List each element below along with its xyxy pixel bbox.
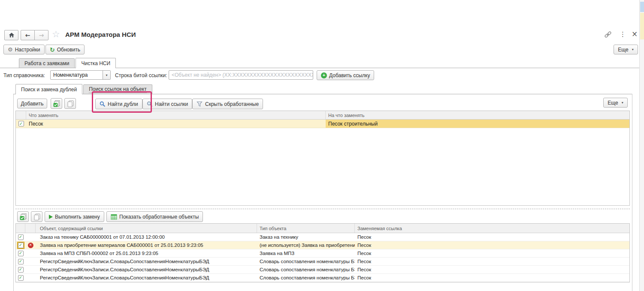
tab-find-duplicates[interactable]: Поиск и замена дублей [15, 84, 82, 94]
row-checkbox-cell[interactable]: ✓ [16, 120, 26, 128]
more-button-top[interactable]: Еще ▾ [614, 45, 638, 54]
table-row[interactable]: ✓РегистрСведенийКлючЗаписи.СловарьСопост… [16, 266, 629, 274]
add-label: Добавить [21, 101, 43, 107]
replaced-link-cell[interactable]: Песок [355, 249, 629, 257]
header-what-to-replace[interactable]: Что заменять [26, 111, 326, 119]
broken-link-input[interactable]: <Объект не найден> (XX:XXXXXXXXXXXXXXXXX… [169, 70, 313, 80]
replaced-link-cell[interactable]: Песок [355, 233, 629, 241]
type-cell[interactable]: Словарь сопоставления номенклатуры БЭД [257, 274, 355, 282]
replace-with-cell[interactable]: Песок строительный [326, 120, 629, 128]
row-checkbox[interactable]: ✓ [18, 275, 24, 281]
catalog-type-select[interactable]: Номенклатура ▾ [50, 70, 111, 80]
objects-table-body: ✓Заказ на технику САБ00000001 от 07.01.2… [16, 233, 629, 282]
header-link-column[interactable]: Заменяемая ссылка [355, 224, 629, 233]
table-row[interactable]: ✓Заказ на технику САБ00000001 от 07.01.2… [16, 233, 629, 241]
favorite-star-icon[interactable]: ☆ [52, 29, 60, 39]
replaced-link-cell[interactable]: Песок [355, 258, 629, 265]
object-cell[interactable]: Заявка на МПЗ СПБП-000002 от 25.01.2013 … [36, 249, 257, 257]
row-checkbox-cell[interactable]: ✓ [16, 241, 25, 249]
header-replace-with[interactable]: На что заменять [326, 111, 629, 119]
row-checkbox-cell[interactable]: ✓ [16, 258, 25, 265]
show-processed-label: Показать обработанные объекты [119, 214, 199, 220]
row-checkbox[interactable]: ✓ [18, 267, 24, 273]
sub-tab-divider [13, 94, 632, 94]
type-cell[interactable]: Заказ на технику [257, 233, 355, 241]
splitter[interactable] [15, 209, 630, 209]
table-icon [111, 214, 117, 220]
row-checkbox[interactable]: ✓ [18, 234, 24, 240]
row-checkbox-cell[interactable]: ✓ [16, 233, 25, 241]
tab-requests[interactable]: Работа с заявками [19, 58, 75, 68]
table-row[interactable]: ✓ Песок Песок строительный [16, 120, 629, 128]
refresh-label: Обновить [57, 47, 80, 53]
back-button[interactable]: ← [21, 30, 35, 40]
edge-blue-block [640, 2, 644, 12]
clear-all-flags-icon [33, 213, 41, 221]
replaced-link-cell[interactable]: Песок [355, 274, 629, 282]
type-cell[interactable]: (не используется) Заявка на приобретение… [257, 241, 355, 249]
object-cell[interactable]: РегистрСведенийКлючЗаписи.СловарьСопоста… [36, 258, 257, 265]
replaced-link-cell[interactable]: Песок [355, 241, 629, 249]
what-to-replace-cell[interactable]: Песок [26, 120, 326, 128]
clear-all-flags-button-2[interactable] [31, 211, 42, 222]
header-object-column[interactable]: Объект, содержащий ссылки [36, 224, 257, 233]
add-link-button[interactable]: + Добавить ссылку [317, 70, 374, 80]
replaced-link-cell[interactable]: Песок [355, 266, 629, 273]
row-checkbox[interactable]: ✓ [18, 250, 24, 257]
kebab-menu-icon[interactable]: ⋮ [620, 30, 626, 38]
checkbox-checked-icon: ✓ [18, 234, 24, 240]
table-row[interactable]: ✓РегистрСведенийКлючЗаписи.СловарьСопост… [16, 258, 629, 266]
home-button[interactable] [4, 30, 18, 40]
header-status-column[interactable] [25, 224, 36, 233]
row-checkbox-cell[interactable]: ✓ [16, 249, 25, 257]
object-cell[interactable]: Заявка на приобретение материалов САБ000… [36, 241, 257, 249]
object-cell[interactable]: РегистрСведенийКлючЗаписи.СловарьСопоста… [36, 274, 257, 282]
duplicates-table: Что заменять На что заменять ✓ Песок Пес… [15, 111, 630, 206]
execute-replace-button[interactable]: Выполнить замену [45, 211, 104, 222]
row-checkbox[interactable]: ✓ [17, 242, 24, 249]
get-link-icon[interactable] [604, 31, 612, 40]
page-title: АРМ Модератора НСИ [65, 31, 136, 38]
set-all-flags-button[interactable] [51, 98, 62, 109]
hide-processed-button[interactable]: Скрыть обработанные [192, 99, 263, 109]
search-icon [100, 101, 106, 107]
panel-left-border [13, 94, 14, 291]
table-row[interactable]: ✓Заявка на МПЗ СПБП-000002 от 25.01.2013… [16, 249, 629, 258]
tab-find-references[interactable]: Поиск ссылок на объект [83, 84, 152, 94]
forward-button[interactable]: → [34, 30, 48, 40]
chevron-down-icon: ▾ [106, 73, 107, 77]
header-type-column[interactable]: Тип объекта [257, 224, 355, 233]
tab-nsi-cleanup[interactable]: Чистка НСИ [76, 58, 116, 68]
clear-all-flags-button[interactable] [64, 98, 76, 109]
header-select-column[interactable] [16, 111, 26, 119]
dropdown-button[interactable]: ▾ [103, 71, 110, 79]
type-cell[interactable]: Словарь сопоставления номенклатуры БЭД [257, 258, 355, 265]
set-all-flags-button-2[interactable] [17, 211, 29, 222]
find-duplicates-button[interactable]: Найти дубли [95, 99, 142, 109]
refresh-button[interactable]: ↻ Обновить [45, 45, 85, 54]
show-processed-button[interactable]: Показать обработанные объекты [106, 211, 203, 222]
refresh-icon: ↻ [50, 46, 55, 53]
row-checkbox-cell[interactable]: ✓ [16, 266, 25, 273]
plus-icon: + [321, 72, 327, 78]
find-links-button[interactable]: Найти ссылки [142, 99, 192, 109]
object-cell[interactable]: Заказ на технику САБ00000001 от 07.01.20… [36, 233, 257, 241]
object-cell[interactable]: РегистрСведенийКлючЗаписи.СловарьСопоста… [36, 266, 257, 273]
more-button-toolbar[interactable]: Еще ▾ [603, 98, 628, 108]
row-checkbox[interactable]: ✓ [18, 258, 24, 265]
clear-all-flags-icon [67, 100, 74, 108]
type-cell[interactable]: Заявка на МПЗ [257, 249, 355, 257]
table-row[interactable]: ✓✕Заявка на приобретение материалов САБ0… [16, 241, 629, 249]
close-icon[interactable]: × [632, 30, 638, 38]
table-row[interactable]: ✓РегистрСведенийКлючЗаписи.СловарьСопост… [16, 274, 629, 282]
row-checkbox-cell[interactable]: ✓ [16, 274, 25, 282]
checkbox-checked-icon[interactable]: ✓ [18, 121, 24, 126]
header-select-column[interactable] [16, 224, 25, 233]
tab-requests-label: Работа с заявками [24, 60, 69, 66]
add-button[interactable]: Добавить [17, 99, 47, 108]
error-icon: ✕ [28, 243, 33, 248]
filter-icon [197, 101, 203, 107]
settings-button[interactable]: ⚙ Настройки [3, 45, 45, 54]
main-tabs: Работа с заявками Чистка НСИ [19, 58, 116, 68]
type-cell[interactable]: Словарь сопоставления номенклатуры БЭД [257, 266, 355, 273]
